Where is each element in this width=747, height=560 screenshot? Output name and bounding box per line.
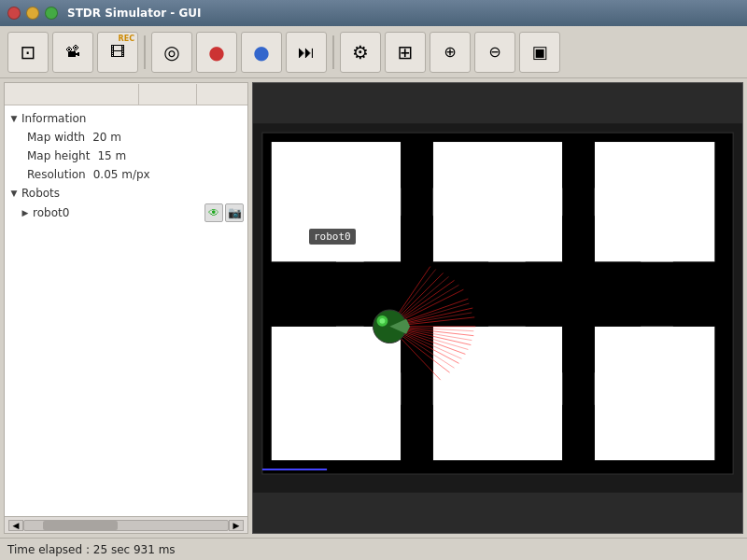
status-bar: Time elapsed : 25 sec 931 ms [0, 538, 747, 560]
robot-label: robot0 [309, 229, 356, 245]
svg-point-50 [379, 318, 385, 324]
svg-rect-19 [401, 405, 433, 460]
dot-icon: ● [253, 41, 269, 63]
svg-rect-14 [433, 262, 488, 327]
information-node[interactable]: ▼ Information [5, 109, 247, 128]
svg-rect-11 [562, 216, 595, 261]
resolution-row: Resolution 0.05 m/px [5, 165, 247, 184]
compass-icon: ◎ [163, 41, 179, 63]
scrollbar-thumb[interactable] [43, 521, 118, 530]
minimize-button[interactable] [26, 7, 39, 20]
tree-content: ▼ Information Map width 20 m Map height … [5, 105, 247, 516]
monitor-icon: ⊡ [21, 41, 36, 63]
robots-label: Robots [21, 187, 60, 200]
svg-rect-4 [595, 142, 715, 262]
monitor-button[interactable]: ⊡ [7, 32, 49, 73]
map-width-label: Map width [27, 131, 85, 144]
tree-col-2 [141, 84, 197, 105]
svg-rect-20 [562, 327, 595, 372]
svg-rect-21 [562, 405, 595, 460]
robot0-row[interactable]: ▶ robot0 👁 📷 [5, 203, 247, 223]
record-icon: ● [208, 41, 224, 63]
map-width-row: Map width 20 m [5, 128, 247, 147]
film2-icon: 🎞 [110, 43, 125, 61]
zoom-out-icon: ⊖ [488, 43, 500, 61]
svg-rect-10 [562, 142, 595, 188]
grid-button[interactable]: ⊞ [385, 32, 426, 73]
main-content: ▼ Information Map width 20 m Map height … [0, 78, 747, 538]
status-text: Time elapsed : 25 sec 931 ms [7, 543, 176, 556]
film1-button[interactable]: 📽 [52, 32, 93, 73]
compass-button[interactable]: ◎ [151, 32, 192, 73]
map-view[interactable]: robot0 [252, 82, 743, 534]
svg-rect-15 [526, 262, 563, 327]
map-height-value: 15 m [97, 149, 126, 162]
close-button[interactable] [7, 7, 21, 20]
left-panel-scrollbar: ◀ ▶ [5, 516, 247, 533]
gear-button[interactable]: ⚙ [340, 32, 381, 73]
title-bar: STDR Simulator - GUI [0, 0, 747, 26]
toolbar: ⊡ 📽 🎞 REC ◎ ● ● ⏭ ⚙ ⊞ ⊕ ⊖ ▣ [0, 26, 747, 78]
scrollbar-track[interactable] [23, 520, 229, 531]
tree-col-1 [8, 84, 139, 105]
robot0-eye-button[interactable]: 👁 [204, 203, 223, 222]
left-panel: ▼ Information Map width 20 m Map height … [4, 82, 248, 534]
grid-icon: ⊞ [398, 41, 414, 63]
toolbar-separator-2 [332, 35, 334, 69]
zoom-in-button[interactable]: ⊕ [430, 32, 471, 73]
record-button[interactable]: ● [196, 32, 237, 73]
robot-label-text: robot0 [314, 231, 351, 243]
svg-rect-7 [595, 327, 715, 460]
dot-button[interactable]: ● [241, 32, 282, 73]
zoom-in-icon: ⊕ [444, 43, 456, 61]
robot0-label: robot0 [33, 206, 69, 219]
svg-rect-8 [401, 142, 433, 188]
window-icon: ▣ [531, 42, 547, 62]
svg-rect-6 [433, 327, 562, 460]
robot0-icons: 👁 📷 [204, 203, 244, 222]
toolbar-separator-1 [144, 35, 146, 69]
scroll-right-button[interactable]: ▶ [229, 520, 244, 531]
tree-header [5, 83, 247, 105]
forward-button[interactable]: ⏭ [286, 32, 327, 73]
film1-icon: 📽 [65, 43, 80, 61]
tree-col-3 [199, 84, 236, 105]
window-button[interactable]: ▣ [519, 32, 560, 73]
resolution-value: 0.05 m/px [93, 168, 150, 181]
information-label: Information [21, 112, 86, 125]
zoom-out-button[interactable]: ⊖ [474, 32, 515, 73]
svg-rect-5 [272, 327, 401, 460]
forward-icon: ⏭ [298, 42, 315, 62]
resolution-label: Resolution [27, 168, 86, 181]
film2-button[interactable]: 🎞 REC [97, 32, 138, 73]
svg-rect-17 [673, 262, 714, 327]
robots-arrow: ▼ [8, 188, 20, 199]
svg-rect-12 [272, 262, 336, 327]
map-width-value: 20 m [92, 131, 121, 144]
svg-rect-3 [433, 142, 562, 262]
svg-rect-16 [595, 262, 641, 327]
floor-plan-svg [253, 83, 742, 533]
robot0-arrow: ▶ [20, 207, 31, 218]
gear-icon: ⚙ [352, 41, 369, 63]
information-arrow: ▼ [8, 113, 20, 124]
svg-rect-9 [401, 216, 433, 261]
robot0-camera-button[interactable]: 📷 [225, 203, 244, 222]
window-title: STDR Simulator - GUI [67, 7, 202, 20]
robots-node[interactable]: ▼ Robots [5, 184, 247, 203]
scroll-left-button[interactable]: ◀ [8, 520, 23, 531]
map-height-label: Map height [27, 149, 90, 162]
maximize-button[interactable] [45, 7, 58, 20]
map-height-row: Map height 15 m [5, 147, 247, 165]
